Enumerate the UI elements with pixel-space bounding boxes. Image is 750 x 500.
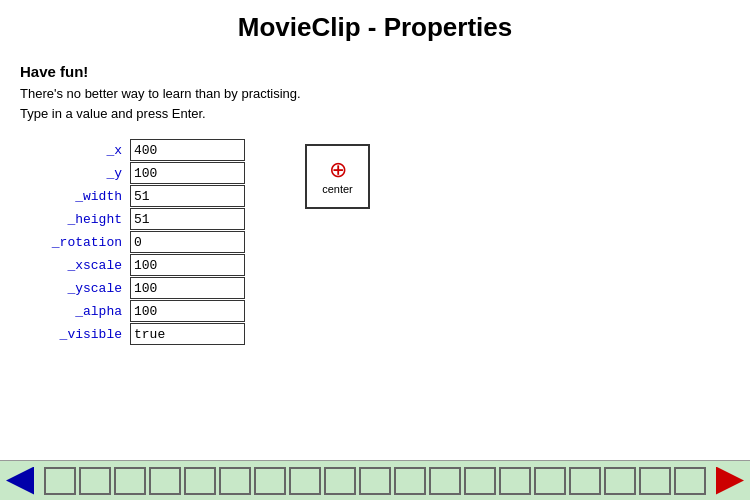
clip-icon: ⊕ bbox=[329, 159, 347, 181]
property-row-8: _visible bbox=[20, 323, 245, 345]
nav-tile-15[interactable] bbox=[569, 467, 601, 495]
nav-tile-3[interactable] bbox=[149, 467, 181, 495]
nav-right-arrow[interactable] bbox=[716, 467, 744, 495]
nav-tile-18[interactable] bbox=[674, 467, 706, 495]
prop-input-width[interactable] bbox=[130, 185, 245, 207]
subtitle-line1: There's no better way to learn than by p… bbox=[20, 86, 301, 101]
page-title: MovieClip - Properties bbox=[0, 0, 750, 53]
nav-tile-1[interactable] bbox=[79, 467, 111, 495]
property-row-5: _xscale bbox=[20, 254, 245, 276]
nav-tile-13[interactable] bbox=[499, 467, 531, 495]
main-content: Have fun! There's no better way to learn… bbox=[0, 53, 750, 356]
nav-tiles bbox=[38, 467, 712, 495]
nav-left-arrow[interactable] bbox=[6, 467, 34, 495]
nav-tile-2[interactable] bbox=[114, 467, 146, 495]
subtitle-line2: Type in a value and press Enter. bbox=[20, 106, 206, 121]
bottom-nav bbox=[0, 460, 750, 500]
nav-tile-5[interactable] bbox=[219, 467, 251, 495]
nav-tile-4[interactable] bbox=[184, 467, 216, 495]
clip-label: center bbox=[322, 183, 353, 195]
nav-tile-8[interactable] bbox=[324, 467, 356, 495]
property-row-1: _y bbox=[20, 162, 245, 184]
properties-section: _x_y_width_height_rotation_xscale_yscale… bbox=[20, 139, 730, 346]
property-row-4: _rotation bbox=[20, 231, 245, 253]
nav-tile-7[interactable] bbox=[289, 467, 321, 495]
prop-input-alpha[interactable] bbox=[130, 300, 245, 322]
nav-tile-10[interactable] bbox=[394, 467, 426, 495]
nav-tile-17[interactable] bbox=[639, 467, 671, 495]
nav-tile-6[interactable] bbox=[254, 467, 286, 495]
property-row-7: _alpha bbox=[20, 300, 245, 322]
prop-label-7: _alpha bbox=[20, 304, 130, 319]
clip-box: ⊕ center bbox=[305, 144, 370, 209]
prop-input-visible[interactable] bbox=[130, 323, 245, 345]
prop-input-yscale[interactable] bbox=[130, 277, 245, 299]
nav-tile-0[interactable] bbox=[44, 467, 76, 495]
property-row-2: _width bbox=[20, 185, 245, 207]
property-row-3: _height bbox=[20, 208, 245, 230]
prop-input-height[interactable] bbox=[130, 208, 245, 230]
prop-label-6: _yscale bbox=[20, 281, 130, 296]
prop-label-0: _x bbox=[20, 143, 130, 158]
prop-label-4: _rotation bbox=[20, 235, 130, 250]
prop-label-8: _visible bbox=[20, 327, 130, 342]
prop-input-y[interactable] bbox=[130, 162, 245, 184]
prop-label-5: _xscale bbox=[20, 258, 130, 273]
nav-tile-9[interactable] bbox=[359, 467, 391, 495]
subtitle-text: There's no better way to learn than by p… bbox=[20, 84, 730, 123]
prop-label-2: _width bbox=[20, 189, 130, 204]
nav-tile-14[interactable] bbox=[534, 467, 566, 495]
nav-tile-11[interactable] bbox=[429, 467, 461, 495]
have-fun-heading: Have fun! bbox=[20, 63, 730, 80]
prop-label-3: _height bbox=[20, 212, 130, 227]
prop-label-1: _y bbox=[20, 166, 130, 181]
prop-input-x[interactable] bbox=[130, 139, 245, 161]
nav-tile-16[interactable] bbox=[604, 467, 636, 495]
nav-tile-12[interactable] bbox=[464, 467, 496, 495]
prop-input-rotation[interactable] bbox=[130, 231, 245, 253]
property-row-6: _yscale bbox=[20, 277, 245, 299]
properties-table: _x_y_width_height_rotation_xscale_yscale… bbox=[20, 139, 245, 346]
prop-input-xscale[interactable] bbox=[130, 254, 245, 276]
property-row-0: _x bbox=[20, 139, 245, 161]
preview-area: ⊕ center bbox=[305, 144, 370, 209]
